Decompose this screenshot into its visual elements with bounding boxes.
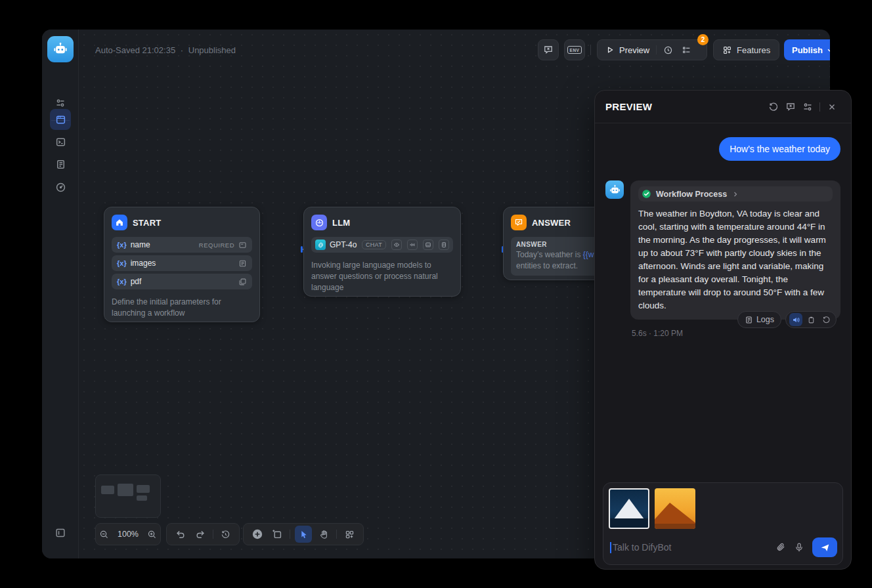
redo-button[interactable] xyxy=(191,525,209,543)
publish-status: Unpublished xyxy=(188,45,236,55)
sidebar-item-logs[interactable] xyxy=(50,154,71,175)
regenerate-icon[interactable] xyxy=(819,313,833,326)
node-description: Invoking large language models to answer… xyxy=(311,260,453,293)
minimap[interactable] xyxy=(95,474,161,518)
sidebar-item-orchestrate[interactable] xyxy=(50,109,71,130)
chat-input-area xyxy=(603,482,843,565)
files-icon xyxy=(238,278,247,286)
home-icon xyxy=(112,215,127,230)
preview-title: PREVIEW xyxy=(605,101,765,112)
speak-aloud-button[interactable] xyxy=(789,313,802,326)
autosave-status: Auto-Saved 21:02:35 · Unpublished xyxy=(95,45,236,55)
orchestrate-icon xyxy=(55,114,66,125)
annotation-toggle-button[interactable] xyxy=(538,39,559,60)
close-icon[interactable] xyxy=(823,98,840,116)
chat-x-icon xyxy=(543,45,554,55)
sidebar-item-api[interactable] xyxy=(50,131,71,152)
organize-blocks-button[interactable] xyxy=(340,525,359,543)
add-note-button[interactable] xyxy=(268,525,286,543)
attachment-thumbnail-mountain-orange[interactable] xyxy=(655,488,695,529)
pointer-mode-button[interactable] xyxy=(295,526,312,543)
minimap-node xyxy=(137,495,147,501)
workflow-settings-icon[interactable] xyxy=(55,98,66,108)
chat-area: How's the weather today Workflow Process… xyxy=(595,123,851,481)
microphone-icon[interactable] xyxy=(790,538,808,556)
undo-button[interactable] xyxy=(171,525,190,543)
bot-message-text: The weather in Boydton, VA today is clea… xyxy=(638,207,833,312)
checklist-icon[interactable] xyxy=(682,45,691,55)
app-logo[interactable] xyxy=(47,36,74,62)
divider xyxy=(213,530,213,539)
divider xyxy=(336,530,337,539)
variable-token: {x} xyxy=(117,259,127,267)
start-field-name: {x} name REQUIRED xyxy=(112,237,252,253)
sidebar-item-monitoring[interactable] xyxy=(50,177,71,198)
send-button[interactable] xyxy=(812,537,837,557)
collapse-sidebar-icon[interactable] xyxy=(54,527,66,539)
node-start[interactable]: START {x} name REQUIRED {x} images {x} p… xyxy=(104,207,260,322)
checklist-badge: 2 xyxy=(697,34,708,45)
node-title: LLM xyxy=(332,218,350,228)
publish-button[interactable]: Publish xyxy=(784,39,830,60)
zoom-out-button[interactable] xyxy=(96,525,112,543)
settings-sliders-icon[interactable] xyxy=(799,98,816,116)
header-divider xyxy=(819,102,820,112)
bot-message-row: Workflow Process The weather in Boydton,… xyxy=(605,180,840,320)
chat-input-row xyxy=(610,537,837,558)
clear-chat-icon[interactable] xyxy=(782,98,799,116)
message-actions: Logs xyxy=(737,311,837,328)
zoom-in-button[interactable] xyxy=(144,525,160,543)
zoom-level[interactable]: 100% xyxy=(118,530,139,539)
image-capability-icon xyxy=(423,240,433,250)
workflow-process-toggle[interactable]: Workflow Process xyxy=(638,186,833,201)
answer-variable: {{w xyxy=(583,250,594,259)
topbar-divider xyxy=(590,45,591,55)
bot-message-card: Workflow Process The weather in Boydton,… xyxy=(630,180,840,320)
node-llm[interactable]: LLM GPT-4o CHAT Invoking large language … xyxy=(303,207,461,297)
env-icon: ENV xyxy=(567,46,582,54)
copy-icon[interactable] xyxy=(804,313,817,326)
bot-avatar xyxy=(605,180,624,199)
restart-conversation-icon[interactable] xyxy=(765,98,782,116)
llm-icon xyxy=(311,215,327,230)
sidebar xyxy=(42,30,79,558)
divider xyxy=(290,530,290,539)
start-field-pdf: {x} pdf xyxy=(112,274,252,289)
answer-icon xyxy=(511,215,527,230)
document-capability-icon xyxy=(439,240,449,250)
zoom-controls: 100% xyxy=(95,523,161,545)
minimap-node xyxy=(118,484,133,496)
robot-icon xyxy=(53,42,68,56)
robot-icon xyxy=(609,184,621,196)
features-button[interactable]: Features xyxy=(713,39,779,60)
play-icon[interactable] xyxy=(605,45,615,54)
text-input-icon xyxy=(238,241,247,249)
hand-mode-button[interactable] xyxy=(315,525,333,543)
run-history-icon[interactable] xyxy=(663,45,673,55)
topbar: Auto-Saved 21:02:35 · Unpublished ENV Pr… xyxy=(79,30,830,70)
message-tools xyxy=(785,311,837,328)
paragraph-icon xyxy=(238,259,247,268)
start-field-images: {x} images xyxy=(112,255,252,271)
variable-token: {x} xyxy=(117,241,127,249)
model-name: GPT-4o xyxy=(330,240,358,249)
add-node-button[interactable] xyxy=(248,525,267,543)
features-icon xyxy=(722,45,732,55)
change-history-button[interactable] xyxy=(217,525,235,543)
attachment-thumbnail-mountain-blue[interactable] xyxy=(609,488,649,529)
screen: Auto-Saved 21:02:35 · Unpublished ENV Pr… xyxy=(0,0,872,588)
run-group: Preview xyxy=(597,39,707,60)
environment-variables-button[interactable]: ENV xyxy=(564,39,585,60)
history-controls xyxy=(166,523,240,545)
variable-token: {x} xyxy=(117,278,127,285)
preview-run-button[interactable]: Preview xyxy=(619,45,649,55)
node-description: Define the initial parameters for launch… xyxy=(112,297,252,319)
chat-input[interactable] xyxy=(613,542,772,553)
logs-button[interactable]: Logs xyxy=(737,311,781,328)
attach-file-icon[interactable] xyxy=(772,538,790,556)
chat-mode-badge: CHAT xyxy=(362,240,386,249)
required-tag: REQUIRED xyxy=(199,242,234,249)
node-title: ANSWER xyxy=(532,218,571,228)
chevron-down-icon xyxy=(826,47,830,54)
chevron-right-icon xyxy=(731,190,739,198)
